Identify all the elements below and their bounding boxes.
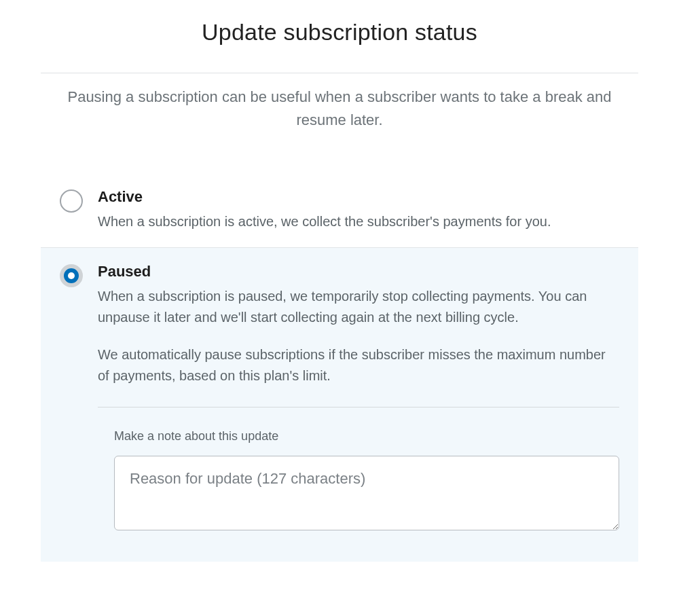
- radio-icon[interactable]: [60, 264, 83, 287]
- option-active-description-text: When a subscription is active, we collec…: [98, 211, 619, 232]
- update-subscription-dialog: Update subscription status Pausing a sub…: [0, 0, 679, 589]
- option-paused-description: When a subscription is paused, we tempor…: [98, 286, 619, 386]
- option-active-description: When a subscription is active, we collec…: [98, 211, 619, 232]
- option-active-body: Active When a subscription is active, we…: [98, 188, 619, 232]
- note-block: Make a note about this update: [98, 407, 619, 547]
- option-paused-body: Paused When a subscription is paused, we…: [98, 263, 619, 547]
- option-paused-description-p1: When a subscription is paused, we tempor…: [98, 286, 619, 328]
- dialog-intro: Pausing a subscription can be useful whe…: [41, 73, 638, 132]
- radio-icon[interactable]: [60, 189, 83, 213]
- option-paused-title: Paused: [98, 263, 619, 280]
- option-paused[interactable]: Paused When a subscription is paused, we…: [41, 247, 638, 562]
- note-textarea[interactable]: [114, 456, 619, 530]
- dialog-title: Update subscription status: [41, 0, 638, 73]
- option-paused-description-p2: We automatically pause subscriptions if …: [98, 344, 619, 386]
- option-active-title: Active: [98, 188, 619, 206]
- option-active[interactable]: Active When a subscription is active, we…: [41, 173, 638, 247]
- status-options: Active When a subscription is active, we…: [41, 173, 638, 562]
- note-label: Make a note about this update: [114, 429, 619, 443]
